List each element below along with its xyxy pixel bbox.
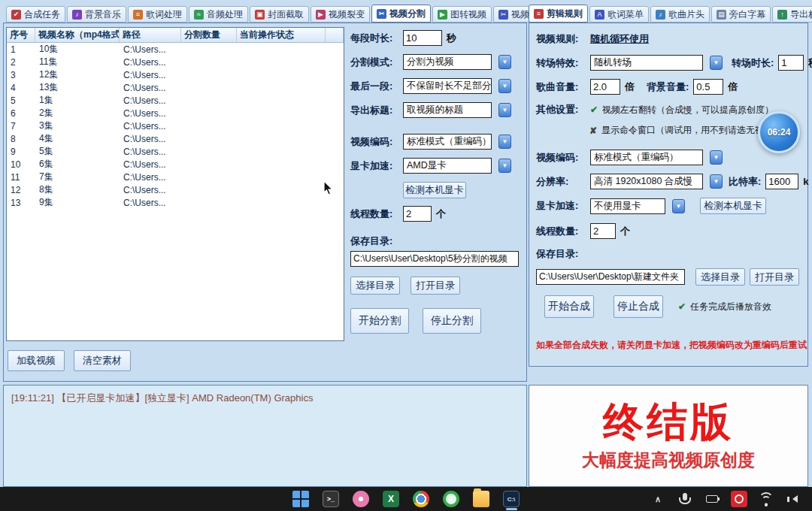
detect-gpu-button[interactable]: 检测本机显卡 [700,198,766,214]
tab-label: 歌词菜单 [607,8,644,21]
table-row[interactable]: 11 7集 C:\Users... [7,171,344,183]
table-row[interactable]: 7 3集 C:\Users... [7,119,344,132]
segment-duration-input[interactable] [403,30,442,46]
cmd-window-checkbox-label[interactable]: 显示命令窗口（调试用，用不到请选无视） [601,124,773,137]
bitrate-input[interactable] [765,174,798,189]
threads-input[interactable] [590,223,616,239]
cell-path: C:\Users... [120,44,181,55]
video-rule-value[interactable]: 随机循环使用 [590,32,649,46]
battery-icon[interactable] [704,491,720,507]
microphone-icon[interactable] [677,491,693,507]
threads-input[interactable] [403,206,432,222]
table-row[interactable]: 2 11集 C:\Users... [7,56,344,68]
tab[interactable]: ♪ 背景音乐 [67,6,126,23]
chrome-icon[interactable] [413,491,429,507]
tab[interactable]: ✂ 视频分割 [371,5,431,23]
table-row[interactable]: 4 13集 C:\Users... [7,81,344,94]
start-merge-button[interactable]: 开始合成 [544,295,594,318]
tab[interactable]: A 歌词菜单 [589,6,649,23]
clear-materials-button[interactable]: 清空素材 [74,350,131,371]
encode-select[interactable]: 标准模式（重编码） [590,150,703,165]
tab-label: 视频裂变 [329,8,365,21]
split-mode-select[interactable]: 分割为视频 [403,54,492,70]
transition-time-input[interactable] [778,55,804,71]
volume-icon[interactable] [785,491,801,507]
tab[interactable]: ≡ 歌词处理 [128,6,187,23]
table-row[interactable]: 9 5集 C:\Users... [7,145,344,158]
open-dir-button[interactable]: 打开目录 [411,277,460,295]
table-row[interactable]: 5 1集 C:\Users... [7,94,344,107]
gpu-accel-select[interactable]: 不使用显卡 [590,198,665,214]
lyrics-icon: ≡ [133,10,143,20]
cell-path: C:\Users... [120,185,181,195]
dropdown-icon[interactable]: ▼ [498,55,511,69]
dropdown-icon[interactable]: ▼ [710,56,723,70]
command-prompt-icon[interactable] [503,491,520,507]
tab[interactable]: ♪ 歌曲片头 [650,6,710,23]
tab[interactable]: ▤ 旁白字幕 [711,6,771,23]
tab[interactable]: ▶ 图转视频 [432,6,492,23]
choose-dir-button[interactable]: 选择目录 [350,277,400,295]
sound-checkbox[interactable]: ✔ [678,301,686,312]
table-row[interactable]: 1 10集 C:\Users... [7,43,344,56]
flip-checkbox[interactable]: ✔ [590,104,598,115]
tab[interactable]: ▶ 视频裂变 [311,6,370,23]
bg-volume-input[interactable] [693,79,723,95]
table-row[interactable]: 10 6集 C:\Users... [7,158,344,171]
dropdown-icon[interactable]: ▼ [498,135,511,149]
dropdown-icon[interactable]: ▼ [498,103,511,117]
tab[interactable]: ✔ 合成任务 [6,6,65,23]
table-row[interactable]: 12 8集 C:\Users... [7,183,344,196]
detect-gpu-button[interactable]: 检测本机显卡 [403,182,466,198]
video-encode-select[interactable]: 标准模式（重编码） [403,134,492,150]
red-app-icon[interactable] [731,491,747,507]
cell-video-name: 6集 [35,158,120,171]
save-dir-input[interactable] [350,251,519,267]
choose-dir-button[interactable]: 选择目录 [695,268,745,286]
dropdown-icon[interactable]: ▼ [710,174,723,189]
cell-video-name: 12集 [35,68,120,81]
stop-merge-button[interactable]: 停止合成 [614,295,663,318]
cell-video-name: 4集 [35,132,120,145]
bitrate-label: 比特率: [729,175,761,189]
table-row[interactable]: 3 12集 C:\Users... [7,68,344,81]
dropdown-icon[interactable]: ▼ [672,199,685,213]
terminal-icon[interactable] [323,491,339,507]
sound-checkbox-label[interactable]: 任务完成后播放音效 [690,301,771,313]
threads-label: 线程数量: [350,207,398,221]
gpu-accel-select[interactable]: AMD显卡 [403,158,492,174]
load-videos-button[interactable]: 加载视频 [8,350,65,371]
wifi-icon[interactable] [758,491,774,507]
table-row[interactable]: 8 4集 C:\Users... [7,132,344,145]
photos-icon[interactable] [353,491,369,507]
start-split-button[interactable]: 开始分割 [350,308,409,334]
excel-icon[interactable] [383,491,399,507]
chevron-up-icon[interactable] [650,491,666,507]
cell-path: C:\Users... [120,134,181,144]
tab[interactable]: ▣ 封面截取 [250,6,309,23]
stop-split-button[interactable]: 停止分割 [423,308,481,334]
song-volume-label: 歌曲音量: [536,80,586,94]
tab[interactable]: ↑ 导出标题 [772,6,812,23]
transition-select[interactable]: 随机转场 [590,55,703,71]
tab[interactable]: ≈ 音频处理 [189,6,248,23]
dropdown-icon[interactable]: ▼ [498,159,511,173]
cmd-window-checkbox[interactable]: ✘ [589,125,597,136]
browser-green-icon[interactable] [443,491,459,507]
export-title-select[interactable]: 取视频的标题 [403,102,492,118]
tab[interactable]: ≡ 剪辑规则 [529,5,588,23]
flip-checkbox-label[interactable]: 视频左右翻转（合成慢，可以提高原创度） [602,104,774,116]
file-explorer-icon[interactable] [473,491,489,507]
last-segment-select[interactable]: 不保留时长不足部分 [403,78,492,94]
save-dir-input[interactable] [536,269,685,285]
dropdown-icon[interactable]: ▼ [498,79,511,93]
windows-start-icon[interactable] [292,491,309,507]
floating-clock-widget[interactable]: 06:24 [758,111,800,153]
table-row[interactable]: 13 9集 C:\Users... [7,196,344,209]
resolution-select[interactable]: 高清 1920x1080 合成慢 [590,174,703,189]
song-volume-input[interactable] [590,79,620,95]
table-row[interactable]: 6 2集 C:\Users... [7,107,344,119]
tab-label: 旁白字幕 [729,8,765,21]
dropdown-icon[interactable]: ▼ [710,150,723,165]
open-dir-button[interactable]: 打开目录 [750,268,799,286]
